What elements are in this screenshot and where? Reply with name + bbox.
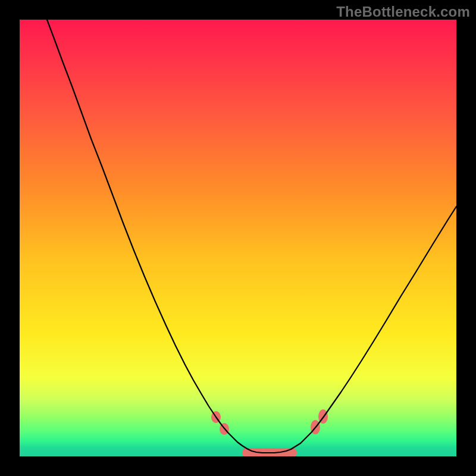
bottleneck-curve — [47, 20, 456, 453]
chart-frame — [20, 20, 456, 456]
curve-layer — [20, 20, 456, 456]
watermark-text: TheBottleneck.com — [336, 4, 470, 20]
